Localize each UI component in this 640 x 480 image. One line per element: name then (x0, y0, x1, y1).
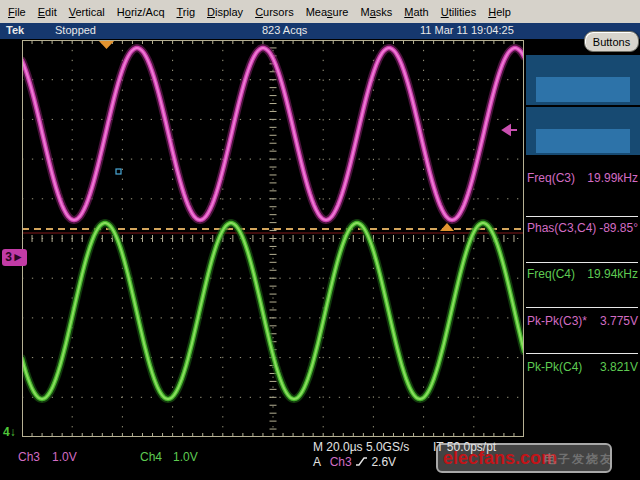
measurement-freqc3: Freq(C3)19.99kHz (527, 171, 638, 185)
persistence-artifact-square (116, 169, 121, 174)
ch3-label[interactable]: Ch3 (18, 450, 40, 464)
measurement-value: -89.85° (599, 221, 638, 235)
menu-math[interactable]: Math (398, 6, 434, 18)
ch3-scale[interactable]: 1.0V (52, 450, 77, 464)
menu-file[interactable]: File (2, 6, 32, 18)
measurement-label: Freq(C4) (527, 267, 575, 281)
graticule-display (22, 40, 524, 437)
ch3-right-edge-arrow (503, 126, 517, 135)
ch4-scale[interactable]: 1.0V (173, 450, 198, 464)
measurement-separator (526, 353, 638, 354)
measurement-value: 19.99kHz (587, 171, 638, 185)
ch3-waveform (22, 48, 524, 220)
menu-cursors[interactable]: Cursors (249, 6, 300, 18)
ch3-reference-marker[interactable]: 3► (2, 249, 27, 266)
menu-measure[interactable]: Measure (300, 6, 355, 18)
buttons-button[interactable]: Buttons (584, 31, 639, 52)
menu-horizacq[interactable]: Horiz/Acq (111, 6, 171, 18)
acquisition-count: 823 Acqs (262, 24, 307, 36)
ch3-waveform (22, 48, 524, 220)
timebase-readout: M 20.0µs 5.0GS/s (313, 440, 409, 454)
menu-edit[interactable]: Edit (32, 6, 63, 18)
menu-help[interactable]: Help (482, 6, 517, 18)
measurement-separator (526, 262, 638, 263)
oscilloscope-screen: FileEditVerticalHoriz/AcqTrigDisplayCurs… (0, 0, 640, 480)
trigger-prefix: A (313, 455, 320, 469)
side-menu-button-2[interactable] (526, 107, 640, 155)
side-menu-button-1-face (536, 77, 630, 102)
measurement-pkpkc3: Pk-Pk(C3)*3.775V (527, 314, 638, 328)
tek-logo: Tek (6, 24, 24, 36)
trigger-source: Ch3 (330, 455, 352, 469)
datetime: 11 Mar 11 19:04:25 (420, 24, 514, 36)
measurement-label: Freq(C3) (527, 171, 575, 185)
measurement-phasc3c4: Phas(C3,C4)-89.85° (527, 221, 638, 235)
side-menu-button-1[interactable] (526, 55, 640, 105)
measurement-value: 19.94kHz (587, 267, 638, 281)
trigger-level-marker[interactable] (440, 223, 454, 231)
measurement-label: Pk-Pk(C4) (527, 360, 582, 374)
menu-masks[interactable]: Masks (354, 6, 398, 18)
menu-trig[interactable]: Trig (171, 6, 202, 18)
trigger-readout: A Ch3 2.6V (313, 455, 396, 469)
menu-vertical[interactable]: Vertical (63, 6, 111, 18)
menu-display[interactable]: Display (201, 6, 249, 18)
measurement-freqc4: Freq(C4)19.94kHz (527, 267, 638, 281)
measurement-label: Phas(C3,C4) (527, 221, 596, 235)
watermark-cjk-text: 电子发烧友 (544, 451, 614, 468)
trigger-level: 2.6V (371, 455, 396, 469)
measurement-separator (526, 307, 638, 308)
menu-utilities[interactable]: Utilities (435, 6, 482, 18)
rising-slope-icon (355, 456, 368, 467)
sampling-readout: IT 50.0ps/pt (433, 440, 496, 454)
ch4-waveform (22, 223, 524, 399)
measurement-value: 3.775V (600, 314, 638, 328)
menu-bar: FileEditVerticalHoriz/AcqTrigDisplayCurs… (0, 0, 640, 23)
trigger-position-marker[interactable] (98, 40, 115, 49)
measurement-value: 3.821V (600, 360, 638, 374)
ch4-label[interactable]: Ch4 (140, 450, 162, 464)
measurement-pkpkc4: Pk-Pk(C4)3.821V (527, 360, 638, 374)
status-bar: Tek Stopped 823 Acqs 11 Mar 11 19:04:25 (0, 23, 640, 39)
side-menu-button-2-face (536, 129, 630, 153)
measurement-label: Pk-Pk(C3)* (527, 314, 587, 328)
measurement-separator (526, 216, 638, 217)
acquisition-state: Stopped (55, 24, 96, 36)
ch3-waveform (22, 48, 524, 220)
ch4-reference-marker[interactable]: 4↓ (3, 425, 16, 439)
